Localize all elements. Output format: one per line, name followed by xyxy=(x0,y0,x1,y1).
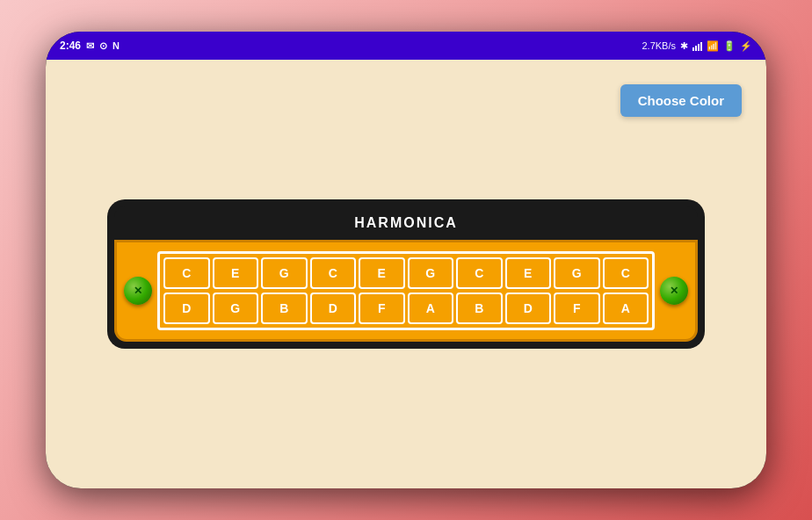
harmonica-title: HARMONICA xyxy=(114,206,698,240)
key-top-3[interactable]: C xyxy=(310,257,357,289)
key-bottom-6[interactable]: B xyxy=(456,292,503,324)
key-top-6[interactable]: C xyxy=(456,257,503,289)
key-bottom-2[interactable]: B xyxy=(261,292,308,324)
left-screw xyxy=(124,277,152,305)
signal-bars xyxy=(692,40,702,51)
key-top-2[interactable]: G xyxy=(261,257,308,289)
network-speed: 2.7KB/s xyxy=(642,40,676,51)
time-display: 2:46 xyxy=(60,40,81,52)
instagram-icon: ⊙ xyxy=(99,40,107,52)
key-bottom-1[interactable]: G xyxy=(213,292,259,324)
right-screw xyxy=(660,277,688,305)
key-top-9[interactable]: C xyxy=(603,257,649,289)
top-row: CEGCEGCEGC xyxy=(163,257,649,289)
status-bar: 2:46 ✉ ⊙ N 2.7KB/s ✱ 📶 🔋 ⚡ xyxy=(46,32,766,60)
key-top-8[interactable]: G xyxy=(554,257,600,289)
battery-indicator: 🔋 xyxy=(723,40,736,52)
key-bottom-5[interactable]: A xyxy=(408,292,454,324)
key-bottom-7[interactable]: D xyxy=(505,292,552,324)
key-bottom-3[interactable]: D xyxy=(310,292,357,324)
bottom-row: DGBDFABDFA xyxy=(163,292,649,324)
key-top-4[interactable]: E xyxy=(359,257,405,289)
wifi-icon: 📶 xyxy=(707,40,719,52)
key-bottom-8[interactable]: F xyxy=(554,292,600,324)
phone-frame: 2:46 ✉ ⊙ N 2.7KB/s ✱ 📶 🔋 ⚡ Choose Color … xyxy=(46,32,766,488)
key-top-0[interactable]: C xyxy=(163,257,210,289)
keys-grid: CEGCEGCEGC DGBDFABDFA xyxy=(157,251,655,330)
key-top-5[interactable]: G xyxy=(408,257,454,289)
harmonica-body: CEGCEGCEGC DGBDFABDFA xyxy=(114,240,698,342)
key-top-7[interactable]: E xyxy=(505,257,552,289)
status-left: 2:46 ✉ ⊙ N xyxy=(60,40,120,52)
screen-content: Choose Color HARMONICA CEGCEGCEGC DGBDFA… xyxy=(46,60,766,488)
bluetooth-icon: ✱ xyxy=(680,40,688,52)
mail-icon: ✉ xyxy=(86,40,94,52)
status-right: 2.7KB/s ✱ 📶 🔋 ⚡ xyxy=(642,40,752,52)
charging-icon: ⚡ xyxy=(740,40,752,52)
harmonica-container: HARMONICA CEGCEGCEGC DGBDFABDFA xyxy=(107,199,705,349)
key-bottom-0[interactable]: D xyxy=(163,292,210,324)
key-top-1[interactable]: E xyxy=(213,257,259,289)
key-bottom-4[interactable]: F xyxy=(359,292,405,324)
notification-icon: N xyxy=(112,40,120,51)
key-bottom-9[interactable]: A xyxy=(603,292,649,324)
choose-color-button[interactable]: Choose Color xyxy=(620,84,742,117)
